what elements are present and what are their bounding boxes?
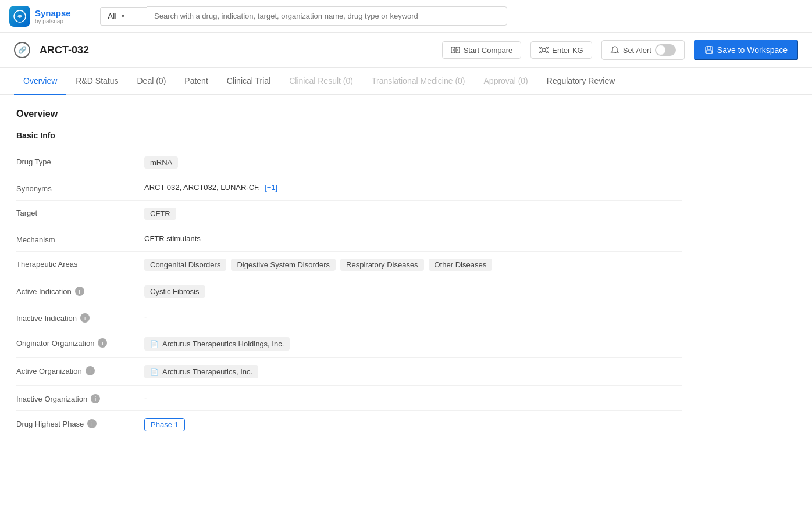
tab-patent[interactable]: Patent xyxy=(175,68,217,95)
tag[interactable]: Congenital Disorders xyxy=(144,259,226,271)
field-value-1: ARCT 032, ARCT032, LUNAR-CF, [+1] xyxy=(144,183,682,192)
org-tag[interactable]: 📄Arcturus Therapeutics Holdings, Inc. xyxy=(144,337,290,351)
tag[interactable]: mRNA xyxy=(144,156,178,169)
svg-point-5 xyxy=(542,48,546,52)
info-row-9: Inactive Organizationi- xyxy=(16,386,682,411)
field-value-7: 📄Arcturus Therapeutics Holdings, Inc. xyxy=(144,337,682,351)
dash-value: - xyxy=(144,393,147,402)
info-icon-8[interactable]: i xyxy=(86,366,95,375)
save-to-workspace-label: Save to Workspace xyxy=(717,45,788,55)
tab-rd-status[interactable]: R&D Status xyxy=(66,68,127,95)
info-row-4: Therapeutic AreasCongenital DisordersDig… xyxy=(16,252,682,278)
save-to-workspace-button[interactable]: Save to Workspace xyxy=(694,40,798,60)
svg-line-11 xyxy=(546,48,547,49)
org-icon: 📄 xyxy=(150,368,159,376)
chevron-down-icon: ▼ xyxy=(120,13,126,19)
logo-sub: by patsnap xyxy=(35,18,71,24)
tag[interactable]: CFTR xyxy=(144,208,176,220)
field-label-6: Inactive Indicationi xyxy=(16,312,144,323)
field-label-8: Active Organizationi xyxy=(16,365,144,375)
info-icon-10[interactable]: i xyxy=(87,419,97,428)
logo-text: Synapse by patsnap xyxy=(35,8,71,24)
tag[interactable]: Cystic Fibrosis xyxy=(144,285,205,298)
svg-point-9 xyxy=(547,52,549,53)
set-alert-toggle[interactable] xyxy=(655,44,676,56)
svg-point-6 xyxy=(540,47,542,49)
info-icon-7[interactable]: i xyxy=(98,338,107,348)
tab-regulatory-review[interactable]: Regulatory Review xyxy=(537,68,625,95)
content-area: Overview Basic Info Drug TypemRNASynonym… xyxy=(0,95,698,452)
synonyms-more-link[interactable]: [+1] xyxy=(265,183,277,192)
info-row-10: Drug Highest PhaseiPhase 1 xyxy=(16,411,682,438)
org-icon: 📄 xyxy=(150,340,159,348)
field-label-3: Mechanism xyxy=(16,234,144,244)
logo-area: Synapse by patsnap xyxy=(9,6,91,27)
info-row-7: Originator Organizationi📄Arcturus Therap… xyxy=(16,330,682,358)
drug-title: ARCT-032 xyxy=(40,44,433,56)
info-icon-6[interactable]: i xyxy=(80,313,90,323)
org-tag[interactable]: 📄Arcturus Therapeutics, Inc. xyxy=(144,365,258,378)
field-value-6: - xyxy=(144,312,682,321)
field-label-10: Drug Highest Phasei xyxy=(16,418,144,428)
dash-value: - xyxy=(144,312,147,321)
bell-icon xyxy=(610,45,619,55)
tab-translational-medicine: Translational Medicine (0) xyxy=(362,68,475,95)
tab-overview[interactable]: Overview xyxy=(14,68,66,95)
info-row-2: TargetCFTR xyxy=(16,201,682,227)
basic-info-title: Basic Info xyxy=(16,131,682,140)
field-label-9: Inactive Organizationi xyxy=(16,393,144,403)
start-compare-label: Start Compare xyxy=(464,46,513,55)
field-label-2: Target xyxy=(16,208,144,217)
svg-point-8 xyxy=(540,52,542,53)
field-value-5: Cystic Fibrosis xyxy=(144,285,682,298)
tab-deal[interactable]: Deal (0) xyxy=(128,68,176,95)
svg-rect-16 xyxy=(706,51,712,53)
field-label-7: Originator Organizationi xyxy=(16,337,144,348)
fields-container: Drug TypemRNASynonymsARCT 032, ARCT032, … xyxy=(16,149,682,438)
info-row-0: Drug TypemRNA xyxy=(16,149,682,176)
field-value-2: CFTR xyxy=(144,208,682,220)
search-input[interactable] xyxy=(147,6,507,26)
synonyms-text: ARCT 032, ARCT032, LUNAR-CF, xyxy=(144,183,260,192)
svg-rect-14 xyxy=(706,47,713,53)
info-row-3: MechanismCFTR stimulants xyxy=(16,227,682,252)
tag[interactable]: Other Diseases xyxy=(429,259,493,271)
logo-name: Synapse xyxy=(35,8,71,18)
header: Synapse by patsnap All ▼ xyxy=(0,0,812,33)
tabs-bar: OverviewR&D StatusDeal (0)PatentClinical… xyxy=(0,68,812,95)
kg-icon xyxy=(539,45,549,55)
field-value-3: CFTR stimulants xyxy=(144,234,682,243)
info-icon-9[interactable]: i xyxy=(91,394,100,403)
set-alert-container: Set Alert xyxy=(601,40,685,60)
field-value-9: - xyxy=(144,393,682,402)
svg-line-12 xyxy=(542,51,543,52)
start-compare-button[interactable]: Start Compare xyxy=(442,41,522,59)
org-name: Arcturus Therapeutics, Inc. xyxy=(162,367,252,376)
svg-line-10 xyxy=(542,48,543,49)
info-row-1: SynonymsARCT 032, ARCT032, LUNAR-CF, [+1… xyxy=(16,176,682,201)
search-type-select[interactable]: All ▼ xyxy=(100,7,147,26)
tag[interactable]: Digestive System Disorders xyxy=(231,259,336,271)
field-value-0: mRNA xyxy=(144,156,682,169)
drug-actions: Start Compare Enter KG Set Alert xyxy=(442,40,798,60)
info-row-5: Active IndicationiCystic Fibrosis xyxy=(16,278,682,305)
compare-icon xyxy=(451,45,460,55)
drug-header: 🔗 ARCT-032 Start Compare xyxy=(0,33,812,68)
field-label-5: Active Indicationi xyxy=(16,285,144,296)
tab-approval: Approval (0) xyxy=(475,68,537,95)
drug-icon: 🔗 xyxy=(14,42,30,58)
info-row-6: Inactive Indicationi- xyxy=(16,305,682,330)
info-row-8: Active Organizationi📄Arcturus Therapeuti… xyxy=(16,358,682,386)
tab-clinical-trial[interactable]: Clinical Trial xyxy=(218,68,280,95)
svg-point-7 xyxy=(547,47,549,49)
svg-rect-15 xyxy=(707,47,711,49)
tag[interactable]: Respiratory Diseases xyxy=(340,259,424,271)
set-alert-label: Set Alert xyxy=(623,46,651,55)
svg-line-13 xyxy=(546,51,547,52)
enter-kg-button[interactable]: Enter KG xyxy=(530,41,592,59)
info-icon-5[interactable]: i xyxy=(75,287,84,296)
field-label-4: Therapeutic Areas xyxy=(16,259,144,269)
mechanism-text: CFTR stimulants xyxy=(144,234,201,243)
field-value-8: 📄Arcturus Therapeutics, Inc. xyxy=(144,365,682,378)
field-value-10: Phase 1 xyxy=(144,418,682,431)
